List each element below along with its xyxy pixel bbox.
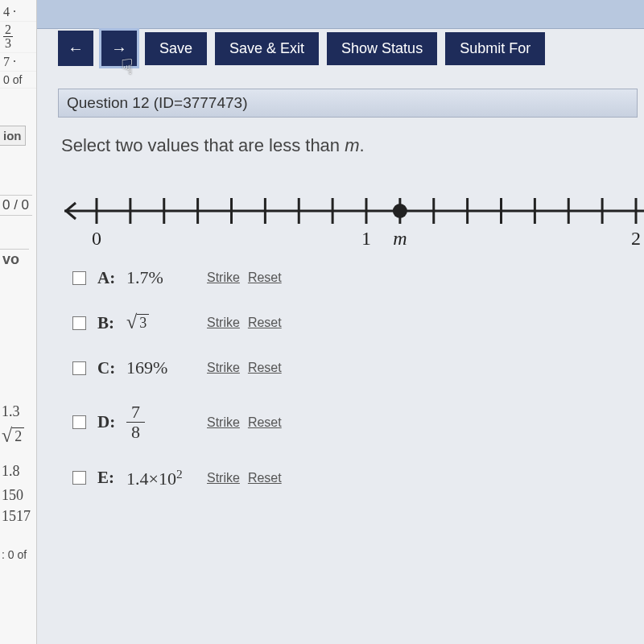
back-button[interactable]: ←	[58, 31, 93, 66]
strike-link[interactable]: Strike	[207, 316, 240, 329]
choice-row-a: A:1.7%Strike Reset	[72, 267, 638, 288]
left-frag-13: 1.3	[0, 402, 35, 421]
checkbox-b[interactable]	[72, 316, 86, 330]
choice-row-e: E:1.4×102Strike Reset	[72, 466, 638, 489]
reset-link[interactable]: Reset	[248, 471, 282, 485]
svg-text:0: 0	[92, 228, 101, 249]
save-button[interactable]: Save	[145, 32, 207, 65]
checkbox-c[interactable]	[72, 361, 86, 375]
svg-point-22	[393, 204, 407, 218]
strike-link[interactable]: Strike	[207, 361, 240, 374]
checkbox-d[interactable]	[72, 415, 86, 429]
number-line: 01m2	[64, 179, 638, 251]
arrow-right-icon: →	[111, 39, 127, 58]
svg-text:m: m	[393, 228, 407, 249]
choice-label: E:	[97, 468, 126, 488]
left-frag-070: 0 / 0	[0, 195, 32, 216]
left-frag-18: 1.8	[0, 462, 35, 481]
choice-links: Strike Reset	[207, 471, 287, 485]
forward-button[interactable]: →	[101, 31, 137, 66]
strike-link[interactable]: Strike	[207, 415, 240, 429]
choice-row-c: C:169%Strike Reset	[72, 357, 638, 378]
reset-link[interactable]: Reset	[248, 415, 282, 429]
reset-link[interactable]: Reset	[248, 316, 282, 329]
choice-value: 169%	[126, 357, 191, 378]
choice-value: √3	[126, 312, 191, 333]
reset-link[interactable]: Reset	[248, 361, 282, 374]
choice-value: 1.7%	[126, 267, 191, 288]
choice-links: Strike Reset	[207, 415, 287, 430]
choice-label: B:	[97, 313, 126, 333]
strike-link[interactable]: Strike	[207, 471, 240, 485]
svg-text:2: 2	[631, 228, 641, 249]
choice-label: C:	[97, 358, 126, 378]
choice-value: 78	[126, 402, 191, 442]
left-frag-sqrt2: √2	[0, 425, 35, 447]
choice-links: Strike Reset	[207, 316, 287, 330]
submit-button[interactable]: Submit For	[445, 32, 545, 65]
left-tab-ion: ion	[0, 126, 26, 146]
reset-link[interactable]: Reset	[248, 270, 282, 284]
checkbox-e[interactable]	[72, 471, 86, 485]
choice-row-b: B:√3Strike Reset	[72, 312, 638, 333]
show-status-button[interactable]: Show Status	[327, 32, 437, 65]
left-frag-1517: 1517	[0, 507, 35, 526]
choice-value: 1.4×102	[126, 466, 191, 489]
choice-links: Strike Reset	[207, 270, 287, 285]
left-frag-vo: vo	[0, 249, 29, 270]
arrow-left-icon: ←	[68, 39, 84, 58]
left-frag-150: 150	[0, 486, 35, 505]
left-frag-0of: : 0 of	[0, 547, 35, 562]
question-prompt: Select two values that are less than m.	[61, 135, 634, 156]
svg-text:1: 1	[361, 228, 371, 249]
question-header: Question 12 (ID=3777473)	[58, 89, 638, 118]
choice-label: D:	[97, 412, 126, 432]
checkbox-a[interactable]	[72, 271, 86, 285]
choice-row-d: D:78Strike Reset	[72, 402, 638, 442]
strike-link[interactable]: Strike	[207, 270, 240, 284]
choice-links: Strike Reset	[207, 361, 287, 375]
choice-label: A:	[97, 268, 126, 288]
save-exit-button[interactable]: Save & Exit	[215, 32, 319, 65]
